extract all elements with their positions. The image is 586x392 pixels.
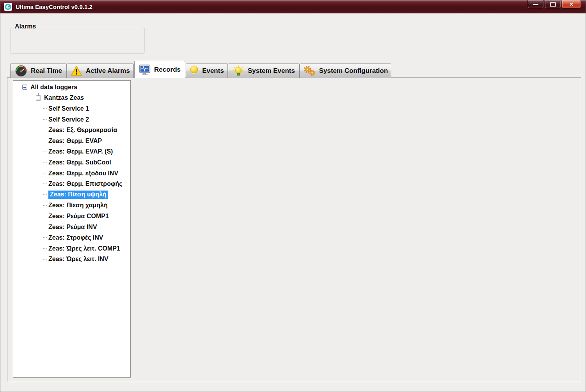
bulb-rays-icon (233, 65, 244, 77)
tab-events[interactable]: Events (186, 64, 228, 78)
tree-item-label: Kantzas Zeas (44, 94, 84, 101)
tab-system-events[interactable]: System Events (228, 64, 300, 78)
tree-item-label: Zeas: Πίεση χαμηλή (48, 202, 108, 209)
tree-item[interactable]: Zeas: Ρεύμα COMP1 (13, 211, 130, 222)
tree-item[interactable]: Zeas: Θερμ. EVAP. (S) (13, 147, 130, 157)
tree-item[interactable]: Self Service 1 (13, 103, 130, 114)
tab-label: Real Time (31, 67, 62, 75)
tree-item[interactable]: Zeas: Πίεση χαμηλή (13, 200, 130, 211)
maximize-button[interactable] (545, 0, 561, 9)
tree-item[interactable]: All data loggers (13, 82, 130, 93)
bulb-icon (190, 65, 199, 77)
tree-item[interactable]: Kantzas Zeas (13, 93, 130, 104)
tree-item[interactable]: Self Service 2 (13, 114, 130, 125)
app-logo-icon (4, 3, 12, 11)
tab-label: System Events (248, 67, 295, 75)
tree-item-label: Zeas: Εξ. Θερμοκρασία (48, 127, 117, 134)
tree-item-label: Self Service 1 (48, 105, 89, 112)
gears-icon (303, 65, 316, 77)
tree-item[interactable]: Zeas: Ρεύμα INV (13, 222, 130, 233)
tab-records[interactable]: Records (134, 61, 185, 78)
tab-label: Active Alarms (86, 67, 130, 75)
tree-item[interactable]: Zeas: Εξ. Θερμοκρασία (13, 125, 130, 136)
window-controls: ✕ (527, 0, 581, 9)
minimize-icon (533, 4, 538, 5)
close-icon: ✕ (569, 2, 574, 7)
tree-item[interactable]: Zeas: Θερμ. SubCool (13, 157, 130, 168)
tree-item-label: Zeas: Θερμ. εξόδου INV (48, 170, 118, 177)
collapse-minus-icon[interactable] (22, 85, 27, 90)
data-logger-tree: All data loggers Kantzas Zeas Self Servi… (13, 80, 131, 378)
tab-real-time[interactable]: Real Time (10, 64, 67, 78)
collapse-minus-icon[interactable] (36, 95, 41, 101)
tree-item-label: Zeas: Ρεύμα INV (48, 224, 97, 231)
tree-item-label: Zeas: Θερμ. EVAP (48, 138, 102, 145)
tree-item[interactable]: Zeas: Θερμ. Επιστροφής (13, 178, 130, 189)
tree-item-label: All data loggers (30, 84, 77, 91)
warning-triangle-icon (71, 65, 82, 76)
tree-item[interactable]: Zeas: Ώρες λειτ. COMP1 (13, 243, 130, 254)
tab-label: Records (154, 66, 181, 74)
minimize-button[interactable] (527, 0, 544, 9)
window-title: Ultima EasyControl v0.9.1.2 (16, 4, 92, 10)
tree-item-label: Self Service 2 (48, 116, 89, 123)
tree-item[interactable]: Zeas: Θερμ. EVAP (13, 136, 130, 147)
close-button[interactable]: ✕ (562, 0, 581, 9)
tab-system-configuration[interactable]: System Configuration (300, 64, 391, 78)
gauge-icon (15, 65, 27, 77)
tree-item-label: Zeas: Θερμ. EVAP. (S) (48, 148, 113, 155)
tab-label: Events (202, 67, 224, 75)
titlebar: Ultima EasyControl v0.9.1.2 ✕ (0, 0, 586, 14)
tree-item-label: Zeas: Θερμ. SubCool (48, 159, 111, 166)
tree-item[interactable]: Zeas: Θερμ. εξόδου INV (13, 168, 130, 179)
records-monitor-icon (139, 64, 151, 76)
tree-item[interactable]: Zeas: Πίεση υψηλή (13, 189, 130, 200)
alarms-group-label: Alarms (13, 23, 38, 30)
tree-item-label: Zeas: Πίεση υψηλή (48, 191, 108, 199)
tree-item-label: Zeas: Ώρες λειτ. COMP1 (48, 245, 120, 252)
alarms-group: Alarms (10, 27, 145, 54)
maximize-icon (550, 2, 556, 7)
tree-item-label: Zeas: Θερμ. Επιστροφής (48, 180, 123, 187)
tree-item[interactable]: Zeas: Στροφές INV (13, 232, 130, 243)
tab-label: System Configuration (319, 67, 388, 75)
tree-item-label: Zeas: Στροφές INV (48, 234, 103, 241)
tree-item-label: Zeas: Ρεύμα COMP1 (48, 213, 109, 220)
tree-item-label: Zeas: Ώρες λειτ. INV (48, 256, 108, 263)
app-window: Ultima EasyControl v0.9.1.2 ✕ Alarms Rea… (0, 0, 586, 392)
tab-active-alarms[interactable]: Active Alarms (67, 64, 134, 78)
tree-item[interactable]: Zeas: Ώρες λειτ. INV (13, 254, 130, 265)
